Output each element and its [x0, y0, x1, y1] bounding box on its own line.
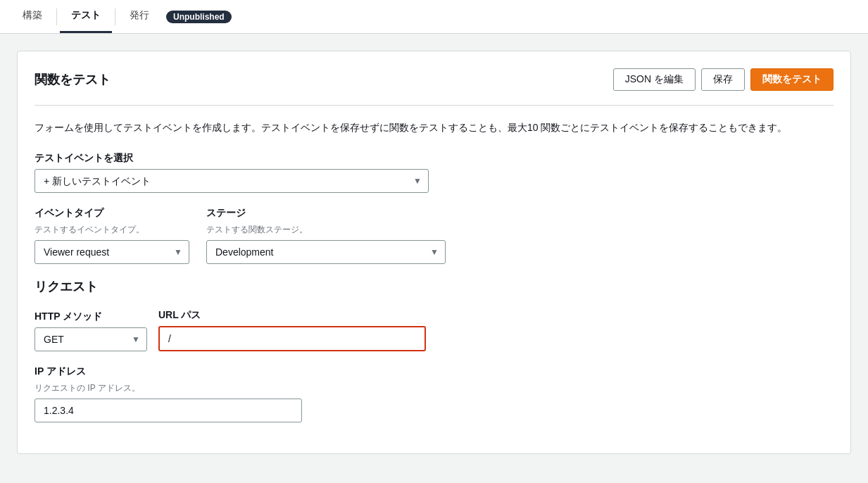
http-method-select[interactable]: GET POST PUT DELETE HEAD OPTIONS PATCH	[34, 327, 147, 351]
card-header: 関数をテスト JSON を編集 保存 関数をテスト	[34, 68, 834, 91]
event-type-col: イベントタイプ テストするイベントタイプ。 Viewer request Ori…	[34, 207, 189, 264]
card-actions: JSON を編集 保存 関数をテスト	[613, 68, 834, 91]
url-path-label: URL パス	[158, 309, 426, 322]
tab-bar: 構築 テスト 発行 Unpublished	[0, 0, 868, 34]
tab-divider-2	[115, 8, 115, 25]
event-type-select-wrapper: Viewer request Origin request Origin res…	[34, 240, 189, 264]
tab-test[interactable]: テスト	[60, 0, 112, 33]
ip-address-sublabel: リクエストの IP アドレス。	[34, 382, 834, 394]
test-event-select[interactable]: + 新しいテストイベント	[34, 169, 429, 193]
tab-build[interactable]: 構築	[11, 0, 54, 33]
event-type-label: イベントタイプ	[34, 207, 189, 220]
stage-select-wrapper: Development Live ▼	[206, 240, 446, 264]
header-divider	[34, 105, 834, 106]
main-content: 関数をテスト JSON を編集 保存 関数をテスト フォームを使用してテストイベ…	[0, 34, 868, 483]
test-function-button[interactable]: 関数をテスト	[750, 68, 834, 91]
ip-address-label: IP アドレス	[34, 365, 834, 378]
tab-test-label: テスト	[71, 9, 101, 22]
tab-publish-label: 発行	[130, 9, 149, 22]
test-card: 関数をテスト JSON を編集 保存 関数をテスト フォームを使用してテストイベ…	[17, 51, 851, 454]
edit-json-button[interactable]: JSON を編集	[613, 68, 696, 91]
save-button[interactable]: 保存	[701, 68, 745, 91]
http-method-group: HTTP メソッド GET POST PUT DELETE HEAD OPTIO…	[34, 310, 147, 351]
url-path-group: URL パス	[158, 309, 426, 351]
tab-divider-1	[56, 8, 57, 25]
event-type-sublabel: テストするイベントタイプ。	[34, 224, 189, 236]
http-method-label: HTTP メソッド	[34, 310, 147, 323]
url-path-input[interactable]	[158, 326, 426, 351]
tab-build-label: 構築	[23, 9, 42, 22]
event-type-select[interactable]: Viewer request Origin request Origin res…	[34, 240, 189, 264]
test-event-section: テストイベントを選択 + 新しいテストイベント ▼	[34, 152, 834, 193]
test-event-label: テストイベントを選択	[34, 152, 834, 165]
request-section-heading: リクエスト	[34, 278, 834, 295]
ip-address-input[interactable]	[34, 399, 302, 422]
tab-publish[interactable]: 発行	[118, 0, 161, 33]
stage-select[interactable]: Development Live	[206, 240, 446, 264]
ip-address-section: IP アドレス リクエストの IP アドレス。	[34, 365, 834, 422]
card-description: フォームを使用してテストイベントを作成します。テストイベントを保存せずに関数をテ…	[34, 120, 834, 135]
ip-input-wrapper	[34, 399, 302, 422]
stage-col: ステージ テストする関数ステージ。 Development Live ▼	[206, 207, 446, 264]
stage-sublabel: テストする関数ステージ。	[206, 224, 446, 236]
unpublished-badge: Unpublished	[166, 11, 232, 23]
card-title: 関数をテスト	[34, 71, 111, 88]
http-url-row: HTTP メソッド GET POST PUT DELETE HEAD OPTIO…	[34, 309, 834, 351]
stage-label: ステージ	[206, 207, 446, 220]
http-method-select-wrapper: GET POST PUT DELETE HEAD OPTIONS PATCH ▼	[34, 327, 147, 351]
test-event-select-wrapper: + 新しいテストイベント ▼	[34, 169, 429, 193]
event-stage-row: イベントタイプ テストするイベントタイプ。 Viewer request Ori…	[34, 207, 834, 264]
